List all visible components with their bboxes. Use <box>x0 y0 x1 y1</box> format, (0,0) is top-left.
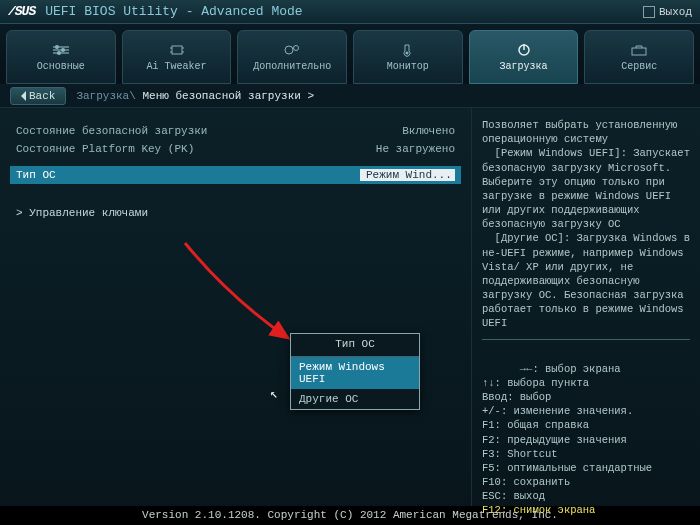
tab-monitor[interactable]: Монитор <box>353 30 463 84</box>
key-hints: →←: выбор экрана ↑↓: выбора пункта Ввод:… <box>482 348 690 525</box>
svg-point-13 <box>405 51 408 54</box>
dropdown-title: Тип ОС <box>291 334 419 357</box>
exit-label: Выход <box>659 6 692 18</box>
svg-point-3 <box>55 45 58 48</box>
title-bar: /SUS UEFI BIOS Utility - Advanced Mode В… <box>0 0 700 24</box>
back-button[interactable]: Back <box>10 87 66 105</box>
svg-point-11 <box>285 46 293 54</box>
tab-advanced[interactable]: Дополнительно <box>237 30 347 84</box>
option-windows-uefi[interactable]: Режим Windows UEFI <box>291 357 419 389</box>
app-title: UEFI BIOS Utility - Advanced Mode <box>45 4 302 19</box>
asus-logo: /SUS <box>8 4 35 19</box>
power-icon <box>513 43 535 57</box>
option-other-os[interactable]: Другие ОС <box>291 389 419 409</box>
setting-os-type[interactable]: Тип ОС Режим Wind... <box>10 166 461 184</box>
sliders-icon <box>50 43 72 57</box>
breadcrumb: Загрузка\ Меню безопасной загрузки > <box>76 90 314 102</box>
tab-ai-tweaker[interactable]: Ai Tweaker <box>122 30 232 84</box>
svg-point-12 <box>294 45 299 50</box>
divider <box>482 339 690 340</box>
os-type-dropdown: Тип ОС Режим Windows UEFI Другие ОС <box>290 333 420 410</box>
tab-tool[interactable]: Сервис <box>584 30 694 84</box>
submenu-key-management[interactable]: Управление ключами <box>10 204 461 222</box>
gear-icon <box>281 43 303 57</box>
chip-icon <box>166 43 188 57</box>
help-description: Позволяет выбрать установленную операцио… <box>482 118 690 331</box>
breadcrumb-bar: Back Загрузка\ Меню безопасной загрузки … <box>0 84 700 108</box>
setting-platform-key-state: Состояние Platform Key (PK) Не загружено <box>10 140 461 158</box>
thermometer-icon <box>397 43 419 57</box>
annotation-arrow <box>180 238 310 348</box>
toolbox-icon <box>628 43 650 57</box>
exit-icon <box>643 6 655 18</box>
svg-rect-6 <box>172 46 182 54</box>
main-area: Состояние безопасной загрузки Включено С… <box>0 108 700 506</box>
tab-boot[interactable]: Загрузка <box>469 30 579 84</box>
svg-rect-16 <box>632 48 646 55</box>
tab-main[interactable]: Основные <box>6 30 116 84</box>
help-panel: Позволяет выбрать установленную операцио… <box>472 108 700 506</box>
exit-button[interactable]: Выход <box>643 6 692 18</box>
mouse-cursor-icon: ↖ <box>270 386 278 402</box>
setting-secure-boot-state: Состояние безопасной загрузки Включено <box>10 122 461 140</box>
tab-bar: Основные Ai Tweaker Дополнительно Монито… <box>0 24 700 84</box>
svg-point-5 <box>57 51 60 54</box>
settings-panel: Состояние безопасной загрузки Включено С… <box>0 108 472 506</box>
svg-point-4 <box>61 48 64 51</box>
